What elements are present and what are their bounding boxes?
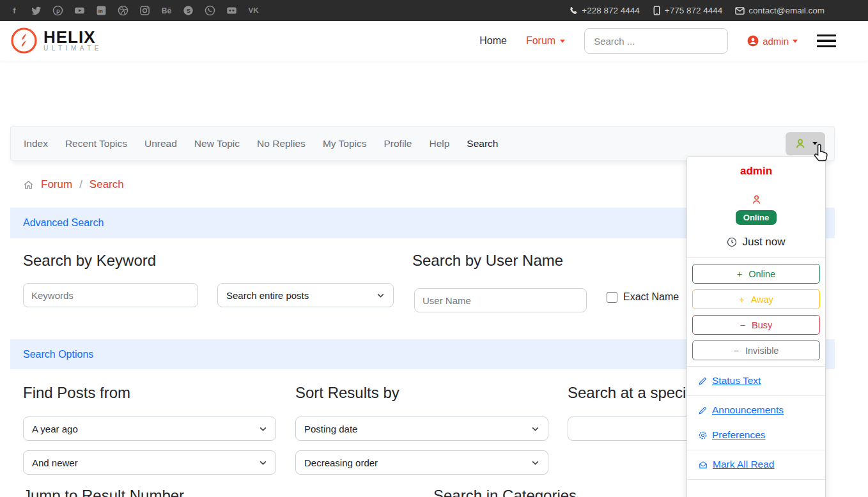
announcements-preferences-section: Announcements Preferences (687, 396, 825, 450)
user-status-dropdown-toggle[interactable] (786, 132, 825, 155)
twitter-icon (31, 5, 42, 16)
instagram-link[interactable] (139, 5, 150, 16)
dribbble-link[interactable] (118, 5, 128, 16)
breadcrumb-separator: / (79, 178, 82, 191)
mark-all-read-link[interactable]: Mark All Read (698, 459, 825, 470)
behance-link[interactable]: Bē (161, 5, 172, 16)
mark-all-read-section: Mark All Read (687, 450, 825, 479)
username-input[interactable] (414, 288, 587, 312)
email-link[interactable]: contact@email.com (735, 6, 825, 15)
person-icon (750, 194, 763, 206)
nav-home[interactable]: Home (479, 35, 507, 47)
menu-item-index[interactable]: Index (24, 138, 48, 149)
facebook-link[interactable]: f (9, 5, 20, 16)
person-icon (794, 137, 807, 150)
chevron-down-icon (259, 459, 267, 467)
find-posts-from-heading: Find Posts from (23, 384, 130, 402)
search-mode-select[interactable]: Search entire posts (217, 283, 394, 307)
menu-item-unread[interactable]: Unread (144, 138, 177, 149)
topbar: f p in Bē S VK +22 (0, 0, 868, 21)
keywords-input[interactable] (23, 283, 198, 307)
date-direction-select[interactable]: And newer (23, 450, 276, 475)
skype-icon: S (183, 5, 194, 16)
status-invisible-button[interactable]: − Invisible (692, 340, 820, 360)
behance-icon: Bē (162, 7, 171, 15)
status-busy-button[interactable]: − Busy (692, 315, 820, 335)
linkedin-icon: in (96, 5, 107, 16)
pencil-icon (698, 376, 708, 386)
phone-link[interactable]: +228 872 4444 (569, 6, 639, 15)
last-seen-text: Just now (742, 236, 785, 249)
header-search-input[interactable] (584, 28, 728, 54)
sort-field-value: Posting date (304, 424, 357, 434)
status-online-button[interactable]: + Online (692, 264, 820, 284)
menu-item-recent-topics[interactable]: Recent Topics (65, 138, 127, 149)
exact-name-label: Exact Name (623, 291, 679, 303)
menu-item-no-replies[interactable]: No Replies (257, 138, 306, 149)
sort-order-value: Decreasing order (304, 457, 378, 468)
breadcrumb-forum[interactable]: Forum (41, 178, 72, 191)
date-direction-value: And newer (32, 457, 78, 468)
menu-item-my-topics[interactable]: My Topics (323, 138, 367, 149)
sort-order-select[interactable]: Decreasing order (295, 450, 548, 475)
mobile-link[interactable]: +775 872 4444 (653, 6, 722, 15)
whatsapp-link[interactable] (205, 5, 215, 16)
forum-menu-items: Index Recent Topics Unread New Topic No … (24, 138, 498, 149)
chevron-down-icon (793, 40, 798, 43)
phone-icon (569, 6, 578, 15)
search-mode-value: Search entire posts (226, 290, 309, 301)
jump-to-result-heading: Jump to Result Number (23, 487, 184, 497)
whatsapp-icon (205, 5, 215, 16)
exact-name-checkbox[interactable] (607, 292, 617, 303)
gear-icon (698, 431, 708, 440)
divider (687, 479, 825, 480)
preferences-link[interactable]: Preferences (698, 429, 825, 441)
exact-name-option: Exact Name (607, 291, 679, 303)
announcements-link[interactable]: Announcements (698, 404, 825, 416)
site-logo[interactable]: HELIX ULTIMATE (10, 27, 102, 54)
menu-item-search[interactable]: Search (467, 138, 498, 149)
logo-icon (10, 27, 38, 54)
svg-text:S: S (187, 7, 190, 14)
user-menu-link[interactable]: admin (747, 35, 798, 47)
pinterest-icon: p (52, 5, 63, 16)
youtube-icon (74, 5, 85, 16)
forum-menubar: Index Recent Topics Unread New Topic No … (10, 126, 835, 161)
menu-item-help[interactable]: Help (429, 138, 449, 149)
date-range-select[interactable]: A year ago (23, 417, 276, 441)
user-label: admin (763, 36, 789, 47)
logo-subtitle: ULTIMATE (43, 45, 102, 52)
vk-link[interactable]: VK (248, 5, 259, 16)
status-buttons: + Online + Away − Busy − Invisible (687, 258, 825, 366)
linkedin-link[interactable]: in (96, 5, 107, 16)
chevron-down-icon (531, 425, 539, 433)
vk-icon: VK (249, 7, 259, 15)
user-icon (747, 35, 759, 47)
last-seen: Just now (687, 236, 825, 249)
status-text-link[interactable]: Status Text (698, 375, 825, 386)
header-nav: Home Forum admin (479, 21, 836, 61)
advanced-search-title: Advanced Search (23, 217, 104, 229)
hamburger-menu-icon[interactable] (817, 34, 836, 48)
search-options-title: Search Options (23, 349, 93, 360)
email-address: contact@email.com (748, 6, 825, 15)
chevron-down-icon (259, 425, 267, 433)
pinterest-link[interactable]: p (52, 5, 63, 16)
menu-item-new-topic[interactable]: New Topic (194, 138, 240, 149)
status-text-section: Status Text (687, 367, 825, 395)
home-icon (23, 180, 34, 190)
sort-field-select[interactable]: Posting date (295, 417, 548, 441)
menu-item-profile[interactable]: Profile (384, 138, 412, 149)
skype-link[interactable]: S (183, 5, 194, 16)
pencil-icon (698, 406, 708, 415)
chevron-down-icon (376, 291, 385, 300)
status-badge: Online (736, 210, 777, 225)
nav-forum[interactable]: Forum (526, 35, 565, 47)
chevron-down-icon (812, 142, 818, 145)
twitter-link[interactable] (31, 5, 42, 16)
flickr-link[interactable] (226, 5, 237, 16)
breadcrumb-search[interactable]: Search (89, 178, 124, 191)
status-away-button[interactable]: + Away (692, 289, 820, 309)
youtube-link[interactable] (74, 5, 85, 16)
chevron-down-icon (560, 40, 565, 43)
